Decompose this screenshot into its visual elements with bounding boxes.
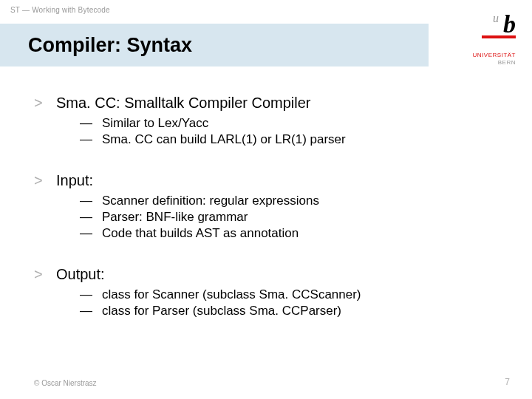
sub-item-text: Similar to Lex/Yacc — [102, 116, 208, 131]
dash-icon: — — [80, 226, 102, 241]
university-logo: u b UNIVERSITÄT BERN — [434, 10, 516, 78]
list-item: — Parser: BNF-like grammar — [80, 210, 488, 225]
footer-copyright: © Oscar Nierstrasz — [34, 379, 97, 387]
sub-list: — class for Scanner (subclass Sma. CCSca… — [80, 287, 488, 318]
block-1: > Input: — Scanner definition: regular e… — [34, 172, 488, 241]
list-item: — Sma. CC can build LARL(1) or LR(1) par… — [80, 132, 488, 147]
list-item: — class for Parser (subclass Sma. CCPars… — [80, 304, 488, 318]
dash-icon: — — [80, 116, 102, 131]
dash-icon: — — [80, 132, 102, 147]
sub-list: — Similar to Lex/Yacc — Sma. CC can buil… — [80, 116, 488, 147]
chevron-right-icon: > — [34, 95, 56, 112]
list-item: — Scanner definition: regular expression… — [80, 194, 488, 208]
breadcrumb-text: ST — Working with Bytecode — [10, 6, 110, 14]
list-item: — Similar to Lex/Yacc — [80, 116, 488, 131]
block-heading: Output: — [56, 266, 105, 283]
sub-item-text: Parser: BNF-like grammar — [102, 210, 248, 225]
page-number: 7 — [505, 377, 510, 387]
sub-item-text: Code that builds AST as annotation — [102, 226, 299, 241]
chevron-right-icon: > — [34, 266, 56, 283]
block-2: > Output: — class for Scanner (subclass … — [34, 266, 488, 318]
list-item: — class for Scanner (subclass Sma. CCSca… — [80, 287, 488, 302]
slide: ST — Working with Bytecode Compiler: Syn… — [0, 0, 532, 399]
sub-item-text: class for Scanner (subclass Sma. CCScann… — [102, 287, 361, 302]
logo-b-icon: u b — [503, 10, 516, 38]
dash-icon: — — [80, 194, 102, 208]
dash-icon: — — [80, 210, 102, 225]
logo-u-glyph: u — [493, 12, 499, 25]
chevron-right-icon: > — [34, 172, 56, 189]
content-area: > Sma. CC: Smalltalk Compiler Compiler —… — [34, 95, 488, 344]
list-item: — Code that builds AST as annotation — [80, 226, 488, 241]
dash-icon: — — [80, 287, 102, 302]
logo-b-glyph: b — [503, 10, 516, 38]
block-heading: Sma. CC: Smalltalk Compiler Compiler — [56, 95, 311, 112]
block-heading: Input: — [56, 172, 93, 189]
list-item: > Sma. CC: Smalltalk Compiler Compiler — [34, 95, 488, 112]
block-0: > Sma. CC: Smalltalk Compiler Compiler —… — [34, 95, 488, 147]
list-item: > Input: — [34, 172, 488, 189]
page-title: Compiler: Syntax — [28, 34, 429, 57]
sub-item-text: Sma. CC can build LARL(1) or LR(1) parse… — [102, 132, 346, 147]
sub-item-text: class for Parser (subclass Sma. CCParser… — [102, 304, 341, 318]
dash-icon: — — [80, 304, 102, 318]
sub-item-text: Scanner definition: regular expressions — [102, 194, 319, 208]
university-name: UNIVERSITÄT BERN — [434, 52, 516, 67]
sub-list: — Scanner definition: regular expression… — [80, 194, 488, 241]
list-item: > Output: — [34, 266, 488, 283]
logo-line2: BERN — [498, 59, 516, 66]
title-band: Compiler: Syntax — [0, 24, 429, 66]
logo-line1: UNIVERSITÄT — [473, 52, 516, 58]
